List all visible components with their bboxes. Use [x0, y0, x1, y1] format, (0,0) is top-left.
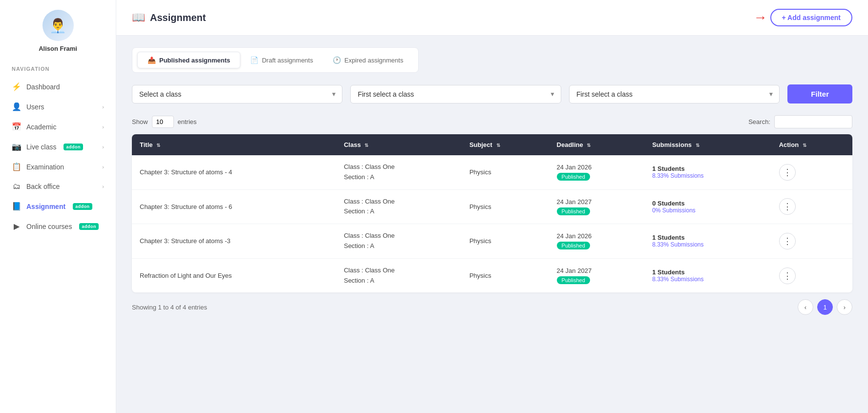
sidebar-item-back-office[interactable]: 🗂 Back office ›: [0, 177, 116, 196]
expired-tab-label: Expired assignments: [344, 57, 403, 64]
cell-title-0: Chapter 3: Structure of atoms - 4: [132, 155, 336, 189]
section-select-wrapper: First select a class ▼: [569, 85, 780, 103]
user-name: Alison Frami: [39, 45, 77, 52]
live-class-icon: 📷: [12, 142, 21, 151]
pagination-next-button[interactable]: ›: [837, 299, 852, 315]
cell-title-1: Chapter 3: Structure of atoms - 6: [132, 189, 336, 224]
content-area: 📤 Published assignments 📄 Draft assignme…: [116, 36, 868, 413]
sidebar-item-assignment[interactable]: 📘 Assignment addon: [0, 196, 116, 216]
sidebar-item-label: Back office: [26, 183, 60, 190]
sidebar-item-live-class[interactable]: 📷 Live class addon ›: [0, 137, 116, 157]
sidebar-item-users[interactable]: 👤 Users ›: [0, 97, 116, 117]
published-badge-1: Published: [557, 207, 590, 215]
cell-title-3: Refraction of Light and Our Eyes: [132, 258, 336, 292]
table-row: Refraction of Light and Our Eyes Class :…: [132, 258, 852, 292]
sidebar-item-label: Online courses: [26, 223, 72, 230]
live-class-addon-badge: addon: [64, 144, 83, 150]
pagination-prev-button[interactable]: ‹: [798, 299, 813, 315]
search-input[interactable]: [774, 115, 852, 128]
table-row: Chapter 3: Structure of atoms -3 Class :…: [132, 224, 852, 259]
tab-published-assignments[interactable]: 📤 Published assignments: [137, 52, 240, 68]
avatar-area: 👨‍💼 Alison Frami: [39, 10, 77, 52]
sidebar-item-academic[interactable]: 📅 Academic ›: [0, 117, 116, 137]
tab-draft-assignments[interactable]: 📄 Draft assignments: [240, 52, 323, 68]
chevron-right-icon: ›: [102, 104, 104, 110]
published-badge-3: Published: [557, 276, 590, 284]
cell-subject-3: Physics: [462, 258, 549, 292]
action-menu-button-2[interactable]: ⋮: [779, 233, 796, 249]
cell-class-0: Class : Class One Section : A: [336, 155, 462, 189]
cell-deadline-2: 24 Jan 2026 Published: [549, 224, 645, 259]
assignments-table: Title ⇅ Class ⇅ Subject ⇅ Deadline ⇅: [132, 134, 852, 292]
filters-row: Select a class ▼ First select a class ▼ …: [132, 84, 852, 103]
col-header-deadline: Deadline ⇅: [549, 134, 645, 155]
sort-icon-subject: ⇅: [496, 143, 500, 148]
users-icon: 👤: [12, 102, 21, 111]
col-header-subject: Subject ⇅: [462, 134, 549, 155]
arrow-indicator: → + Add assignment: [754, 9, 852, 26]
cell-subject-2: Physics: [462, 224, 549, 259]
action-menu-button-3[interactable]: ⋮: [779, 268, 796, 284]
show-label: Show: [132, 118, 148, 125]
cell-subject-0: Physics: [462, 155, 549, 189]
published-badge-2: Published: [557, 242, 590, 249]
show-entries-control: Show 10 25 50 entries: [132, 116, 197, 128]
pagination: ‹ 1 ›: [798, 299, 852, 315]
main-content: 📖 Assignment → + Add assignment 📤 Publis…: [116, 0, 868, 413]
dashboard-icon: ⚡: [12, 82, 21, 91]
col-header-class: Class ⇅: [336, 134, 462, 155]
examination-icon: 📋: [12, 162, 21, 171]
col-header-title: Title ⇅: [132, 134, 336, 155]
sidebar-item-label: Live class: [26, 143, 56, 151]
published-tab-icon: 📤: [148, 56, 156, 64]
assignment-addon-badge: addon: [73, 203, 92, 210]
subject-select-wrapper: First select a class ▼: [350, 85, 561, 103]
add-assignment-button[interactable]: + Add assignment: [770, 9, 852, 26]
cell-class-3: Class : Class One Section : A: [336, 258, 462, 292]
action-menu-button-1[interactable]: ⋮: [779, 198, 796, 215]
red-arrow-icon: →: [754, 10, 767, 25]
table-row: Chapter 3: Structure of atoms - 6 Class …: [132, 189, 852, 224]
sidebar: 👨‍💼 Alison Frami NAVIGATION ⚡ Dashboard …: [0, 0, 116, 413]
nav-items: ⚡ Dashboard 👤 Users › 📅 Academic › 📷 Liv…: [0, 77, 116, 236]
sidebar-item-dashboard[interactable]: ⚡ Dashboard: [0, 77, 116, 97]
online-courses-addon-badge: addon: [79, 223, 99, 230]
published-badge-0: Published: [557, 173, 590, 181]
avatar: 👨‍💼: [42, 10, 74, 41]
sidebar-item-label: Assignment: [26, 203, 65, 210]
sort-icon-title: ⇅: [156, 143, 160, 148]
col-header-submissions: Submissions ⇅: [644, 134, 771, 155]
action-menu-button-0[interactable]: ⋮: [779, 164, 796, 181]
expired-tab-icon: 🕐: [333, 56, 341, 64]
tabs-bar: 📤 Published assignments 📄 Draft assignme…: [132, 47, 419, 73]
chevron-right-icon: ›: [102, 124, 104, 130]
class-select-wrapper: Select a class ▼: [132, 85, 342, 103]
cell-deadline-1: 24 Jan 2027 Published: [549, 189, 645, 224]
draft-tab-label: Draft assignments: [262, 57, 313, 64]
cell-title-2: Chapter 3: Structure of atoms -3: [132, 224, 336, 259]
sidebar-item-examination[interactable]: 📋 Examination ›: [0, 157, 116, 177]
filter-button[interactable]: Filter: [787, 84, 852, 103]
table-header-row: Title ⇅ Class ⇅ Subject ⇅ Deadline ⇅: [132, 134, 852, 155]
subject-select[interactable]: First select a class: [350, 85, 561, 103]
page-header: 📖 Assignment → + Add assignment: [116, 0, 868, 36]
cell-deadline-3: 24 Jan 2027 Published: [549, 258, 645, 292]
search-label: Search:: [748, 118, 770, 125]
pagination-page-1-button[interactable]: 1: [817, 299, 833, 315]
class-select[interactable]: Select a class: [132, 85, 342, 103]
page-title: Assignment: [150, 12, 206, 23]
section-select[interactable]: First select a class: [569, 85, 780, 103]
nav-label: NAVIGATION: [0, 66, 49, 72]
showing-entries-text: Showing 1 to 4 of 4 entries: [132, 304, 207, 311]
cell-submissions-0: 1 Students 8.33% Submissions: [644, 155, 771, 189]
cell-class-1: Class : Class One Section : A: [336, 189, 462, 224]
chevron-right-icon: ›: [102, 164, 104, 170]
tab-expired-assignments[interactable]: 🕐 Expired assignments: [323, 52, 413, 68]
sort-icon-class: ⇅: [364, 143, 368, 148]
assignment-icon: 📘: [12, 202, 21, 211]
entries-count-select[interactable]: 10 25 50: [152, 116, 174, 128]
sidebar-item-online-courses[interactable]: ▶ Online courses addon: [0, 216, 116, 236]
chevron-right-icon: ›: [102, 144, 104, 150]
cell-deadline-0: 24 Jan 2026 Published: [549, 155, 645, 189]
cell-action-3: ⋮: [771, 258, 852, 292]
